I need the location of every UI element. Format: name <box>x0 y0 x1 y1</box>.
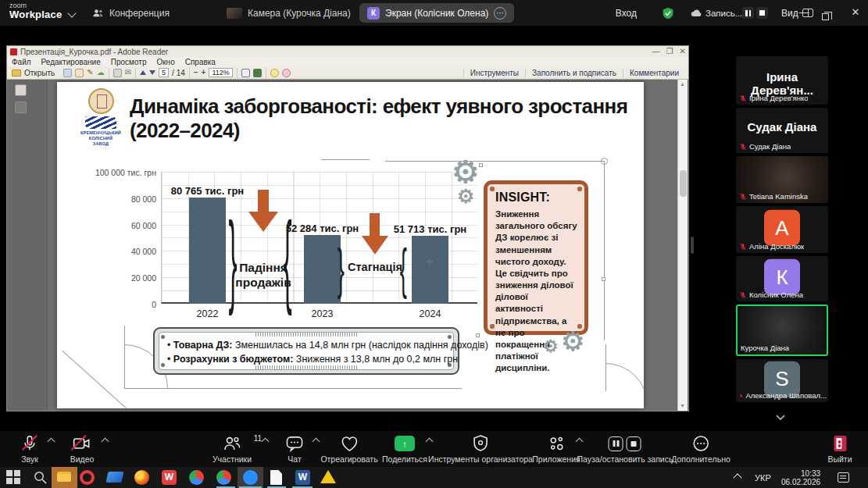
pause-record-icon[interactable] <box>609 436 623 451</box>
restore-button[interactable] <box>822 9 829 23</box>
share-screen-button[interactable]: ↑ Поделиться <box>382 434 427 464</box>
cloud-icon[interactable]: ☁ <box>97 68 105 77</box>
y-axis-labels: 100 000 тис. грн80 00060 00040 00020 000… <box>68 172 156 304</box>
start-button[interactable] <box>6 470 21 485</box>
save-icon[interactable] <box>63 69 72 77</box>
reader-close-icon[interactable]: ✕ <box>680 47 686 55</box>
sign-icon[interactable]: ✎ <box>87 68 93 77</box>
menu-file[interactable]: Файл <box>12 58 31 66</box>
react-button[interactable]: Отреагировать <box>320 434 377 464</box>
company-emblem-icon <box>88 88 114 114</box>
cloud-recording-icon <box>691 9 702 17</box>
brace-left-group: } <box>228 198 237 317</box>
printer-icon[interactable] <box>113 69 122 77</box>
tab-conference[interactable]: Конференция <box>92 0 170 26</box>
pause-recording-button[interactable] <box>742 7 754 19</box>
page-thumbnails-icon[interactable] <box>15 84 27 96</box>
vertical-scrollbar[interactable]: ▲ ▼ <box>677 80 688 411</box>
zoom-out-icon[interactable]: − <box>194 68 198 77</box>
participants-options-chevron[interactable] <box>262 438 270 446</box>
reader-maximize-icon[interactable]: ❒ <box>666 47 673 55</box>
fill-sign-button[interactable]: Заполнить и подписать <box>525 69 623 77</box>
clock[interactable]: 10:33 06.02.2026 <box>781 467 820 488</box>
audio-options-chevron[interactable] <box>48 438 55 446</box>
audio-button[interactable]: Звук <box>21 434 38 464</box>
attachments-icon[interactable] <box>15 102 27 113</box>
menu-view[interactable]: Просмотр <box>111 58 147 66</box>
participant-video-tile-active[interactable]: Курочка Діана <box>736 305 828 356</box>
file-explorer-icon[interactable] <box>57 472 71 482</box>
close-button[interactable]: ✕ <box>844 6 867 18</box>
more-participants-chevron-icon[interactable] <box>776 413 785 422</box>
tab-options-icon[interactable]: ⋯ <box>494 7 506 20</box>
zoom-app-icon[interactable] <box>243 470 258 485</box>
firefox-icon[interactable] <box>134 470 149 485</box>
logo-text: ЗАВОД <box>73 141 129 147</box>
chevron-down-icon[interactable] <box>67 9 76 17</box>
participant-video-tile[interactable]: Tetiana Kaminska <box>736 156 828 203</box>
comments-panel-button[interactable]: Комментарии <box>623 69 685 77</box>
menu-edit[interactable]: Редактирование <box>41 58 101 66</box>
leave-button[interactable]: Выйти <box>827 434 852 464</box>
windows-taskbar: W W УКР 10:33 06.02.2026 <box>0 467 868 488</box>
chat-options-chevron[interactable] <box>313 438 320 446</box>
security-shield-icon[interactable] <box>662 7 674 20</box>
panel-resize-handle[interactable] <box>691 237 694 254</box>
chrome-profile-icon[interactable] <box>216 470 231 485</box>
send-file-icon[interactable] <box>75 69 84 77</box>
participant-tile[interactable]: S Александра Шаповал... <box>736 359 828 402</box>
next-page-icon[interactable] <box>149 70 155 75</box>
video-button[interactable]: Видео <box>70 434 95 464</box>
bar-2022 <box>189 198 226 304</box>
zoom-level-select[interactable]: 112% <box>209 68 232 77</box>
down-arrow-icon <box>362 213 388 256</box>
participant-tile[interactable]: А Аліна Доскалюк <box>736 206 828 253</box>
open-button[interactable]: Открыть <box>7 69 59 77</box>
record-control-button[interactable]: Пауза/остановить запись <box>577 434 673 464</box>
stop-recording-button[interactable] <box>756 7 768 19</box>
notification-center-icon[interactable] <box>838 467 849 488</box>
video-options-chevron[interactable] <box>102 438 109 446</box>
reader-titlebar[interactable]: Презентація_Курочка.pdf - Adobe Reader —… <box>7 46 688 57</box>
slide-title-line2: (2022–2024) <box>130 119 638 143</box>
reader-toolbar: Открыть ✎ ☁ ✉ 5 / 14 − + 112% <box>7 66 688 80</box>
tab-screen-share[interactable]: К Экран (Колісник Олена) ⋯ <box>359 3 514 23</box>
fullscreen-icon[interactable] <box>253 69 262 77</box>
opera-icon[interactable] <box>80 470 95 485</box>
participant-tile[interactable]: Судак Діана Судак Діана <box>736 108 828 153</box>
language-indicator[interactable]: УКР <box>755 467 771 488</box>
page-number-input[interactable]: 5 <box>159 68 169 77</box>
wps-office-icon[interactable]: W <box>162 470 177 485</box>
document-icon[interactable] <box>270 470 282 485</box>
participant-tile[interactable]: К Колісник Олена <box>736 256 828 301</box>
zoom-in-icon[interactable]: + <box>202 68 206 77</box>
warning-icon[interactable] <box>320 470 336 483</box>
menu-window[interactable]: Окно <box>156 58 174 66</box>
participant-name: Tetiana Kaminska <box>749 192 808 201</box>
stop-record-icon[interactable] <box>627 436 641 451</box>
sign-in-button[interactable]: Вход <box>616 0 637 26</box>
chat-button[interactable]: Чат <box>286 434 304 464</box>
participants-button[interactable]: 11 Участники <box>213 434 252 464</box>
minimize-button[interactable]: — <box>792 6 816 18</box>
blue-app-icon[interactable] <box>106 472 124 483</box>
participant-tile[interactable]: Ірина Дерев'ян... Ірина Дерев'янко <box>736 56 828 105</box>
tools-panel-button[interactable]: Инструменты <box>463 69 525 77</box>
reader-minimize-icon[interactable]: — <box>652 47 660 55</box>
chrome-icon[interactable] <box>189 470 204 485</box>
menu-help[interactable]: Справка <box>185 58 216 66</box>
review-bubble-icon[interactable] <box>282 69 291 77</box>
search-icon[interactable] <box>33 470 48 485</box>
email-icon[interactable]: ✉ <box>125 68 131 77</box>
previous-page-icon[interactable] <box>140 70 146 75</box>
apps-button[interactable]: Приложения <box>532 434 580 464</box>
tab-camera[interactable]: Камера (Курочка Діана) <box>227 0 351 26</box>
fit-width-icon[interactable] <box>241 69 250 77</box>
y-axis-label: 40 000 <box>131 247 156 256</box>
more-button[interactable]: Дополнительно <box>671 434 730 464</box>
scrollbar-thumb[interactable] <box>680 170 687 197</box>
tray-expand-chevron[interactable] <box>734 467 741 488</box>
host-tools-button[interactable]: Инструменты организатора <box>428 434 533 464</box>
comment-bubble-icon[interactable] <box>270 69 279 77</box>
word-icon[interactable]: W <box>295 470 310 485</box>
